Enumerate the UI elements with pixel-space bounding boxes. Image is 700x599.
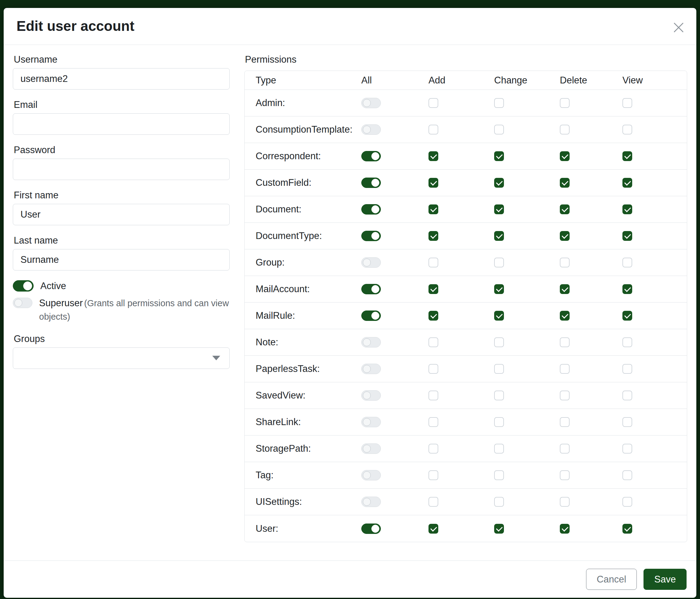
- permission-delete-checkbox[interactable]: [560, 151, 570, 161]
- save-button[interactable]: Save: [644, 569, 686, 590]
- permission-delete-checkbox[interactable]: [560, 444, 570, 454]
- username-input[interactable]: [13, 68, 230, 90]
- permission-all-toggle[interactable]: [361, 417, 381, 427]
- permission-all-toggle[interactable]: [361, 177, 381, 188]
- permission-view-checkbox[interactable]: [622, 258, 632, 267]
- permission-view-checkbox[interactable]: [622, 311, 632, 320]
- superuser-toggle[interactable]: [13, 298, 32, 308]
- permission-add-checkbox[interactable]: [428, 258, 438, 267]
- permission-view-checkbox[interactable]: [622, 284, 632, 294]
- groups-select[interactable]: [13, 348, 230, 369]
- permission-all-toggle[interactable]: [361, 470, 381, 480]
- permission-all-toggle[interactable]: [361, 311, 381, 321]
- permission-view-checkbox[interactable]: [622, 178, 632, 188]
- permission-view-checkbox[interactable]: [622, 231, 632, 241]
- permission-delete-checkbox[interactable]: [560, 470, 570, 480]
- permission-change-checkbox[interactable]: [494, 390, 504, 400]
- permission-delete-checkbox[interactable]: [560, 98, 570, 108]
- column-header-add: Add: [428, 75, 494, 86]
- last-name-input[interactable]: [13, 249, 230, 270]
- active-toggle[interactable]: [13, 280, 33, 291]
- permission-type-cell: SavedView:: [245, 390, 361, 401]
- permission-add-checkbox[interactable]: [428, 178, 438, 188]
- permission-all-toggle[interactable]: [361, 204, 381, 215]
- permission-view-checkbox[interactable]: [622, 444, 632, 454]
- permission-all-toggle[interactable]: [361, 231, 381, 241]
- permission-change-checkbox[interactable]: [494, 364, 504, 374]
- permission-change-checkbox[interactable]: [494, 231, 504, 241]
- permission-all-toggle[interactable]: [361, 497, 381, 507]
- permission-delete-checkbox[interactable]: [560, 125, 570, 135]
- permission-delete-checkbox[interactable]: [560, 311, 570, 320]
- permission-add-checkbox[interactable]: [428, 364, 438, 374]
- permission-change-checkbox[interactable]: [494, 444, 504, 454]
- permission-delete-checkbox[interactable]: [560, 364, 570, 374]
- permission-delete-checkbox[interactable]: [560, 497, 570, 507]
- permission-view-checkbox[interactable]: [622, 98, 632, 108]
- permission-add-checkbox[interactable]: [428, 98, 438, 108]
- permission-change-checkbox[interactable]: [494, 258, 504, 267]
- permission-all-toggle[interactable]: [361, 257, 381, 268]
- permission-change-checkbox[interactable]: [494, 125, 504, 135]
- permission-change-checkbox[interactable]: [494, 497, 504, 507]
- permission-change-checkbox[interactable]: [494, 417, 504, 427]
- permission-change-checkbox[interactable]: [494, 470, 504, 480]
- permission-view-checkbox[interactable]: [622, 364, 632, 374]
- permission-change-checkbox[interactable]: [494, 524, 504, 534]
- permission-all-toggle[interactable]: [361, 390, 381, 401]
- permission-view-checkbox[interactable]: [622, 390, 632, 400]
- permission-all-toggle[interactable]: [361, 337, 381, 348]
- permission-add-checkbox[interactable]: [428, 205, 438, 214]
- permission-view-checkbox[interactable]: [622, 125, 632, 135]
- permission-add-checkbox[interactable]: [428, 337, 438, 347]
- permission-all-toggle[interactable]: [361, 284, 381, 294]
- permission-all-toggle[interactable]: [361, 124, 381, 135]
- permission-view-checkbox[interactable]: [622, 205, 632, 214]
- permission-all-toggle[interactable]: [361, 98, 381, 108]
- permission-change-checkbox[interactable]: [494, 284, 504, 294]
- permission-change-checkbox[interactable]: [494, 98, 504, 108]
- permission-view-checkbox[interactable]: [622, 337, 632, 347]
- permission-view-checkbox[interactable]: [622, 417, 632, 427]
- permission-view-checkbox[interactable]: [622, 524, 632, 534]
- permission-delete-cell: [560, 417, 622, 427]
- permission-all-toggle[interactable]: [361, 364, 381, 374]
- permission-add-checkbox[interactable]: [428, 231, 438, 241]
- password-input[interactable]: [13, 159, 230, 180]
- permission-add-checkbox[interactable]: [428, 524, 438, 534]
- permission-delete-checkbox[interactable]: [560, 178, 570, 188]
- permission-view-checkbox[interactable]: [622, 470, 632, 480]
- permission-change-checkbox[interactable]: [494, 337, 504, 347]
- cancel-button[interactable]: Cancel: [586, 569, 637, 590]
- permission-delete-checkbox[interactable]: [560, 258, 570, 267]
- permission-delete-checkbox[interactable]: [560, 337, 570, 347]
- email-input[interactable]: [13, 113, 230, 135]
- permission-change-checkbox[interactable]: [494, 311, 504, 320]
- permission-add-checkbox[interactable]: [428, 444, 438, 454]
- permission-add-checkbox[interactable]: [428, 470, 438, 480]
- permission-all-toggle[interactable]: [361, 444, 381, 454]
- email-label: Email: [14, 99, 230, 110]
- permission-add-checkbox[interactable]: [428, 151, 438, 161]
- permission-delete-checkbox[interactable]: [560, 231, 570, 241]
- permission-view-checkbox[interactable]: [622, 151, 632, 161]
- permission-delete-checkbox[interactable]: [560, 417, 570, 427]
- permission-change-checkbox[interactable]: [494, 151, 504, 161]
- permission-delete-checkbox[interactable]: [560, 524, 570, 534]
- permission-all-toggle[interactable]: [361, 151, 381, 161]
- permission-add-checkbox[interactable]: [428, 390, 438, 400]
- permission-delete-checkbox[interactable]: [560, 205, 570, 214]
- permission-view-checkbox[interactable]: [622, 497, 632, 507]
- permission-delete-checkbox[interactable]: [560, 284, 570, 294]
- permission-add-checkbox[interactable]: [428, 311, 438, 320]
- permission-add-checkbox[interactable]: [428, 125, 438, 135]
- first-name-input[interactable]: [13, 204, 230, 225]
- permission-change-checkbox[interactable]: [494, 178, 504, 188]
- permission-change-checkbox[interactable]: [494, 205, 504, 214]
- permission-add-checkbox[interactable]: [428, 284, 438, 294]
- permission-add-checkbox[interactable]: [428, 497, 438, 507]
- permission-delete-checkbox[interactable]: [560, 390, 570, 400]
- permission-add-checkbox[interactable]: [428, 417, 438, 427]
- permission-all-toggle[interactable]: [361, 524, 381, 534]
- close-button[interactable]: [670, 19, 687, 36]
